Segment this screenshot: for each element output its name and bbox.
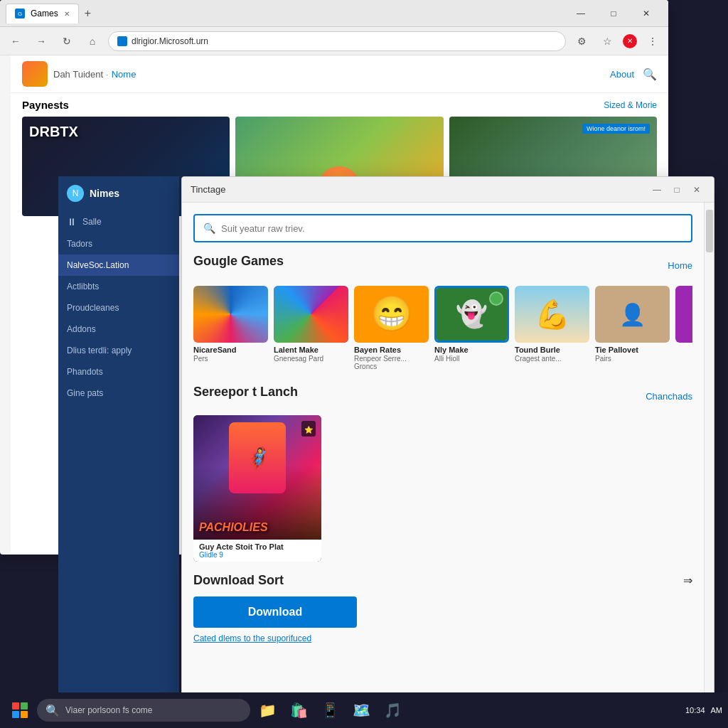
games-grid: NicareSand Pers Lalent Make Gnenesag Par… <box>193 286 692 370</box>
sidebar-nav-ginepats[interactable]: Gine pats <box>58 382 179 404</box>
tab-close-btn[interactable]: ✕ <box>64 10 70 18</box>
taskbar-app-store[interactable]: 🛍️ <box>284 696 313 724</box>
game-sub-nicarsand: Pers <box>193 355 268 363</box>
favorites-btn[interactable]: ☆ <box>597 31 617 51</box>
game-thumb-tiepallovet: 👤 <box>595 286 670 343</box>
google-games-title: Gougle Games <box>193 254 284 269</box>
taskbar-app-phone[interactable]: 📱 <box>316 696 344 724</box>
more-btn[interactable]: ⋮ <box>643 31 663 51</box>
game-item-partial[interactable] <box>675 286 692 370</box>
game-name-nicarsand: NicareSand <box>193 346 268 355</box>
browser-minimize-btn[interactable]: — <box>564 0 597 27</box>
refresh-btn[interactable]: ↻ <box>57 31 77 51</box>
featured-see-all-link[interactable]: Chanchads <box>646 391 692 402</box>
game-item-lalentmake[interactable]: Lalent Make Gnenesag Pard <box>274 286 348 370</box>
featured-game-image: 🦸‍♀️ ⭐ PACHIOLIES <box>193 415 321 540</box>
app-sidebar-title: Nimes <box>90 188 119 199</box>
featured-game-title-overlay: PACHIOLIES <box>199 521 316 534</box>
game-item-nlymake[interactable]: 👻 Nly Make Alli Hioll <box>434 286 509 370</box>
featured-game-meta: Guy Acte Stoit Tro Plat Glidle 9 <box>193 540 321 562</box>
maps-icon: 🗺️ <box>353 702 370 719</box>
download-header: Download Sort ⇒ <box>193 573 692 588</box>
game-item-nicarsand[interactable]: NicareSand Pers <box>193 286 268 370</box>
address-bar[interactable]: dlrigior.Microsoft.urn <box>108 31 566 51</box>
game-item-tiepallovet[interactable]: 👤 Tie Pallovet Pairs <box>595 286 670 370</box>
dialog-minimize-btn[interactable]: — <box>648 181 665 198</box>
taskbar-right: 10:34 AM <box>685 706 722 714</box>
dialog-scrollbar[interactable] <box>704 203 714 728</box>
music-icon: 🎵 <box>384 702 402 719</box>
sidebar-nav-salle[interactable]: ⏸ Salle <box>58 210 179 233</box>
download-section: Download Sort ⇒ Download Cated dlems to … <box>193 573 692 643</box>
game-sub-tiepallovet: Pairs <box>595 355 670 363</box>
extensions-btn[interactable]: ⚙ <box>572 31 592 51</box>
home-btn[interactable]: ⌂ <box>82 31 102 51</box>
sidebar-nav-label-tadors: Tadors <box>67 239 92 249</box>
sidebar-nav-proudcleanes[interactable]: Proudcleanes <box>58 297 179 318</box>
browser-toolbar: ← → ↻ ⌂ dlrigior.Microsoft.urn ⚙ ☆ ✕ ⋮ <box>0 27 668 55</box>
phone-icon: 📱 <box>321 702 339 719</box>
banner-3-badge: Wione deanor isrom! <box>582 124 650 134</box>
sidebar-nav-dlius[interactable]: Dlius terdli: apply <box>58 340 179 361</box>
close-tab-x-btn[interactable]: ✕ <box>623 34 637 48</box>
sidebar-nav-label-proudcleanes: Proudcleanes <box>67 303 119 313</box>
store-link[interactable]: Cated dlems to the suporifuced <box>193 633 692 643</box>
new-tab-btn[interactable]: + <box>85 7 91 20</box>
sidebar-nav-label-dlius: Dlius terdli: apply <box>67 346 132 355</box>
download-button[interactable]: Download <box>193 596 357 628</box>
browser-titlebar: G Games ✕ + — □ ✕ <box>0 0 668 27</box>
payments-title: Paynests <box>22 99 69 111</box>
folder-icon: 📁 <box>259 702 277 719</box>
address-text: dlrigior.Microsoft.urn <box>132 36 208 46</box>
dialog-title-text: Tinctage <box>191 184 648 195</box>
google-games-home-link[interactable]: Home <box>668 260 692 271</box>
sidebar-nav-nalvesoc[interactable]: NalveSoc.Lation <box>58 255 179 276</box>
sidebar-nav-phandots[interactable]: Phandots <box>58 361 179 382</box>
bg-breadcrumb-page[interactable]: Nome <box>112 69 136 80</box>
sidebar-nav-label-salle: Salle <box>82 217 102 227</box>
search-icon: 🔍 <box>203 223 215 234</box>
search-box[interactable]: 🔍 <box>193 214 692 242</box>
taskbar-app-maps[interactable]: 🗺️ <box>347 696 375 724</box>
game-sub-bayenrates: Renpeor Serre... Groncs <box>354 355 429 370</box>
taskbar-app-music[interactable]: 🎵 <box>378 696 407 724</box>
forward-btn[interactable]: → <box>31 31 51 51</box>
featured-game-title-img: PACHIOLIES <box>199 521 268 533</box>
game-name-lalentmake: Lalent Make <box>274 346 348 355</box>
featured-game-card[interactable]: 🦸‍♀️ ⭐ PACHIOLIES Guy Acte Stoit Tro Pla… <box>193 415 321 562</box>
taskbar-search-text: Viaer porlsoon fs come <box>65 705 153 715</box>
search-input[interactable] <box>221 223 682 234</box>
sidebar-nav-addons[interactable]: Addons <box>58 318 179 340</box>
sidebar-nav-label-phandots: Phandots <box>67 367 103 377</box>
game-thumb-toundburle: 💪 <box>515 286 589 343</box>
dialog-titlebar: Tinctage — □ ✕ <box>182 177 714 203</box>
download-arrow-icon[interactable]: ⇒ <box>683 574 692 587</box>
bg-store-logo-img <box>22 61 48 87</box>
scrollbar-thumb[interactable] <box>706 210 713 252</box>
dialog-close-btn[interactable]: ✕ <box>688 181 705 198</box>
game-name-tiepallovet: Tie Pallovet <box>595 346 670 355</box>
browser-maximize-btn[interactable]: □ <box>597 0 630 27</box>
dialog-maximize-btn[interactable]: □ <box>668 181 685 198</box>
game-item-bayenrates[interactable]: 😁 Bayen Rates Renpeor Serre... Groncs <box>354 286 429 370</box>
taskbar-app-folder[interactable]: 📁 <box>253 696 282 724</box>
app-sidebar: N Nimes ⏸ Salle Tadors NalveSoc.Lation A… <box>58 176 179 710</box>
game-item-toundburle[interactable]: 💪 Tound Burle Cragest ante... <box>515 286 589 370</box>
back-btn[interactable]: ← <box>6 31 26 51</box>
banner-1-text: DRBTX <box>29 124 78 140</box>
bg-about-link[interactable]: About <box>610 69 634 80</box>
start-button[interactable] <box>6 696 34 724</box>
sidebar-nav-tadors[interactable]: Tadors <box>58 233 179 255</box>
game-thumb-nicarsand <box>193 286 268 343</box>
app-sidebar-header: N Nimes <box>58 176 179 210</box>
taskbar-search-bar[interactable]: 🔍 Viaer porlsoon fs come <box>37 699 250 722</box>
bg-store-header: Dah Tuident · Nome About 🔍 <box>11 55 668 93</box>
see-more-link[interactable]: Sized & Morie <box>604 100 657 110</box>
browser-tab[interactable]: G Games ✕ <box>6 4 79 23</box>
sidebar-nav-actlibbts[interactable]: Actlibbts <box>58 276 179 297</box>
sidebar-nav-label-ginepats: Gine pats <box>67 388 103 398</box>
win-square-3 <box>12 711 19 718</box>
bg-search-btn[interactable]: 🔍 <box>643 68 657 81</box>
featured-title: Sereepor t Lanch <box>193 385 298 400</box>
browser-close-btn[interactable]: ✕ <box>630 0 663 27</box>
